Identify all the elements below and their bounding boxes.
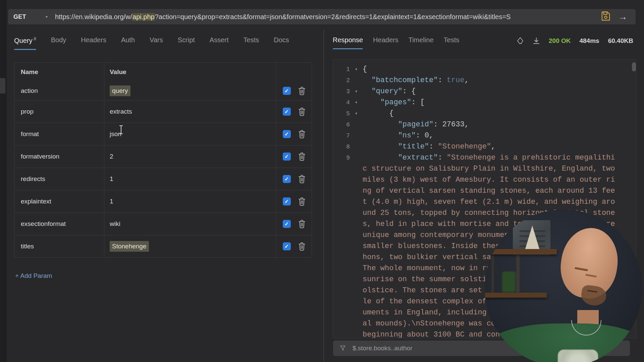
param-row: redirects1✓ [14, 168, 312, 190]
param-value-cell[interactable]: 1 [104, 168, 276, 190]
param-value-cell[interactable]: 1 [104, 190, 276, 213]
request-url-bar[interactable]: GET ▾ https://en.wikipedia.org/w/api.php… [8, 9, 636, 24]
webcam-shelf [485, 293, 547, 298]
tab-headers[interactable]: Headers [373, 36, 398, 49]
tab-body[interactable]: Body [51, 36, 66, 49]
tab-vars[interactable]: Vars [150, 36, 163, 49]
code-line: ng of vertical sarsen standing stones, e… [333, 185, 636, 196]
method-select[interactable]: GET [13, 13, 26, 20]
delete-param-button[interactable] [298, 86, 306, 95]
panel-divider[interactable] [323, 29, 324, 362]
param-value-text: wiki [110, 220, 120, 228]
delete-param-button[interactable] [298, 242, 306, 251]
fold-toggle-icon[interactable]: ▾ [350, 67, 363, 71]
method-caret-icon[interactable]: ▾ [46, 14, 48, 19]
clear-response-button[interactable] [517, 37, 524, 45]
line-number: 2 [333, 77, 350, 84]
tab-assert[interactable]: Assert [210, 36, 229, 49]
delete-param-button[interactable] [298, 175, 306, 183]
code-line: 6 "pageid": 27633, [333, 119, 636, 130]
fold-toggle-icon[interactable]: ▾ [350, 100, 363, 105]
delete-param-button[interactable] [298, 220, 306, 228]
code-text: "extract": "Stonehenge is a prehistoric … [363, 154, 615, 162]
param-name-cell[interactable]: exsectionformat [14, 213, 104, 235]
param-value-cell[interactable]: extracts [104, 101, 276, 123]
param-enabled-checkbox[interactable]: ✓ [283, 220, 291, 228]
param-name-cell[interactable]: titles [14, 235, 104, 257]
code-line: 5▾ { [333, 108, 636, 119]
tab-headers[interactable]: Headers [81, 36, 106, 49]
trash-icon [298, 220, 306, 228]
response-scrollbar-thumb[interactable] [632, 62, 636, 71]
response-time: 484ms [579, 37, 599, 45]
filter-input[interactable]: $.store.books..author [353, 345, 413, 352]
param-value-cell[interactable]: Stonehenge [104, 235, 276, 257]
left-edge-handle[interactable] [0, 78, 5, 94]
response-meta: 200 OK 484ms 60.40KB [517, 37, 633, 45]
tab-label: Docs [274, 36, 289, 44]
tab-label: Query [14, 37, 32, 44]
tab-tests[interactable]: Tests [444, 36, 460, 49]
code-text: c structure on Salisbury Plain in Wiltsh… [363, 165, 620, 173]
param-value-text: 1 [110, 198, 113, 205]
tab-label: Headers [81, 36, 106, 44]
code-text: "pages": [ [363, 98, 425, 107]
line-number: 7 [333, 132, 350, 139]
tab-docs[interactable]: Docs [274, 36, 289, 49]
add-param-button[interactable]: + Add Param [15, 272, 52, 280]
tab-label: Script [178, 36, 195, 44]
tab-label: Response [333, 36, 363, 44]
param-enabled-checkbox[interactable]: ✓ [283, 153, 291, 161]
code-line: 9 "extract": "Stonehenge is a prehistori… [333, 152, 636, 163]
param-enabled-checkbox[interactable]: ✓ [283, 175, 291, 183]
param-value-cell[interactable]: wiki [104, 213, 276, 235]
delete-param-button[interactable] [298, 152, 306, 161]
param-row: formatversion2✓ [14, 145, 312, 168]
webcam-shelf [485, 249, 557, 254]
tab-tests[interactable]: Tests [244, 36, 259, 49]
param-value-cell[interactable]: 2 [104, 145, 276, 168]
param-value-cell[interactable]: query [104, 81, 276, 100]
param-enabled-checkbox[interactable]: ✓ [283, 87, 291, 95]
param-enabled-checkbox[interactable]: ✓ [283, 197, 291, 205]
param-name-cell[interactable]: action [14, 81, 104, 100]
delete-param-button[interactable] [298, 107, 306, 116]
tab-script[interactable]: Script [178, 36, 195, 49]
delete-param-button[interactable] [298, 197, 306, 206]
param-row: propextracts✓ [14, 100, 312, 123]
param-name-cell[interactable]: prop [14, 101, 104, 123]
column-header-value: Value [104, 63, 276, 81]
url-input[interactable]: https://en.wikipedia.org/w/api.php?actio… [55, 13, 601, 21]
response-tabs: ResponseHeadersTimelineTests [333, 36, 459, 49]
param-name-cell[interactable]: explaintext [14, 190, 104, 213]
download-icon [533, 37, 540, 45]
params-table: Name Value actionquery✓propextracts✓form… [14, 62, 312, 258]
tab-timeline[interactable]: Timeline [409, 36, 434, 49]
delete-param-button[interactable] [298, 130, 306, 138]
line-number: 9 [333, 155, 350, 161]
webcam-overlay [485, 209, 642, 362]
param-name-cell[interactable]: redirects [14, 168, 104, 190]
save-request-button[interactable] [601, 11, 611, 23]
tab-response[interactable]: Response [333, 36, 363, 49]
param-value-cell[interactable]: json [104, 123, 276, 145]
param-row: explaintext1✓ [14, 190, 312, 213]
fold-toggle-icon[interactable]: ▾ [350, 111, 363, 116]
param-name-cell[interactable]: formatversion [14, 145, 104, 168]
fold-toggle-icon[interactable]: ▾ [350, 89, 363, 94]
param-enabled-checkbox[interactable]: ✓ [283, 130, 291, 138]
download-response-button[interactable] [533, 37, 540, 45]
tab-label: Auth [121, 36, 135, 44]
code-line: 8 "title": "Stonehenge", [333, 141, 636, 152]
tab-query[interactable]: Query8 [14, 36, 36, 50]
send-request-button[interactable]: → [618, 12, 630, 21]
param-enabled-checkbox[interactable]: ✓ [283, 108, 291, 116]
code-line: 7 "ns": 0, [333, 130, 636, 141]
param-enabled-checkbox[interactable]: ✓ [283, 242, 291, 250]
param-name-cell[interactable]: format [14, 123, 104, 145]
param-value-text: Stonehenge [110, 241, 149, 252]
tab-auth[interactable]: Auth [121, 36, 135, 49]
webcam-bottle [502, 272, 516, 292]
code-line: 3▾ "query": { [333, 86, 636, 97]
url-part-post: ?action=query&prop=extracts&format=json&… [155, 13, 511, 20]
